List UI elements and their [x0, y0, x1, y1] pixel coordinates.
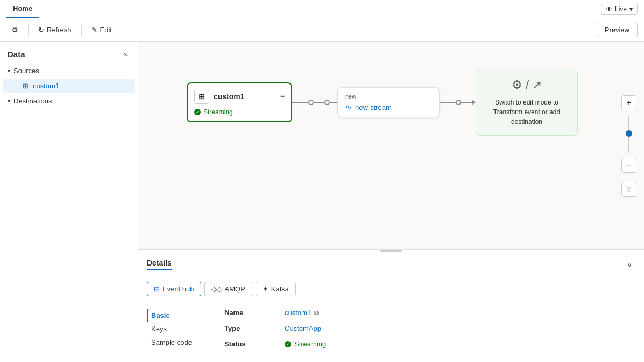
live-label: Live — [615, 5, 627, 13]
node-menu-icon[interactable]: ≡ — [280, 92, 285, 101]
destinations-section-header[interactable]: ▾ Destinations — [0, 94, 138, 108]
transform-node[interactable]: ⚙ / ↗ Switch to edit mode to Transform e… — [476, 69, 578, 136]
zoom-fit-button[interactable]: ⊡ — [621, 182, 636, 197]
nav-keys[interactable]: Keys — [147, 322, 211, 336]
conn-line-2 — [314, 102, 324, 103]
amqp-label: AMQP — [225, 285, 245, 293]
detail-value-status: Streaming — [285, 340, 326, 348]
conn-dot-3 — [456, 100, 461, 105]
sidebar-item-label: custom1 — [33, 82, 59, 90]
tab-kafka[interactable]: ✦ Kafka — [256, 282, 296, 296]
detail-value-name: custom1 ⧉ — [285, 309, 319, 317]
sidebar-title: Data — [8, 50, 25, 59]
canvas[interactable]: ⊞ custom1 ≡ Streaming — [138, 42, 644, 249]
tab-event-hub[interactable]: ⊞ Event hub — [147, 282, 201, 296]
refresh-button[interactable]: Refresh — [33, 23, 77, 37]
toolbar: Refresh Edit Preview — [0, 18, 644, 42]
details-content: Basic Keys Sample code Name custom1 ⧉ Ty… — [138, 302, 644, 362]
conn-line-3 — [330, 102, 337, 103]
transform-icons: ⚙ / ↗ — [512, 78, 542, 92]
zoom-fit-icon: ⊡ — [626, 185, 632, 193]
kafka-icon: ✦ — [263, 285, 268, 293]
eye-icon: 👁 — [606, 5, 612, 13]
detail-label-type: Type — [224, 324, 278, 332]
toolbar-separator2 — [81, 24, 82, 37]
detail-row-type: Type CustomApp — [224, 324, 622, 332]
edit-label: Edit — [100, 26, 112, 34]
tab-home[interactable]: Home — [6, 0, 39, 18]
sidebar: Data « ▾ Sources ⊞ custom1 ▾ Destination… — [0, 42, 138, 362]
refresh-label: Refresh — [47, 26, 72, 34]
copy-name-button[interactable]: ⧉ — [314, 309, 319, 317]
conn-dot-1 — [308, 100, 314, 105]
sources-section-header[interactable]: ▾ Sources — [0, 64, 138, 78]
source-node[interactable]: ⊞ custom1 ≡ Streaming — [187, 82, 292, 122]
nav-sample-code[interactable]: Sample code — [147, 336, 211, 349]
source-node-header: ⊞ custom1 ≡ — [194, 89, 285, 104]
stream-name-text: new-stream — [355, 103, 392, 112]
transform-export-icon: ↗ — [532, 78, 542, 92]
connector-1 — [292, 100, 337, 105]
zoom-track — [628, 115, 629, 153]
event-hub-icon: ⊞ — [154, 285, 160, 293]
settings-button[interactable] — [6, 23, 24, 37]
source-status-label: Streaming — [203, 108, 233, 116]
destinations-label: Destinations — [13, 97, 52, 105]
details-header: Details ∨ — [138, 253, 644, 276]
transform-settings-icon: ⚙ — [512, 78, 522, 92]
detail-value-type: CustomApp — [285, 324, 321, 332]
source-status: Streaming — [194, 108, 285, 116]
detail-label-name: Name — [224, 309, 278, 317]
source-icon: ⊞ — [194, 89, 209, 104]
sidebar-item-custom1[interactable]: ⊞ custom1 — [3, 79, 135, 93]
table-icon: ⊞ — [23, 82, 29, 90]
stream-name: ∿ new-stream — [345, 103, 431, 112]
sources-chevron-icon: ▾ — [8, 68, 10, 74]
drag-handle-bar — [380, 250, 402, 252]
zoom-thumb[interactable] — [626, 130, 632, 137]
zoom-out-button[interactable]: − — [621, 158, 636, 173]
connector-2 — [440, 100, 476, 105]
edit-button[interactable]: Edit — [86, 23, 117, 37]
live-badge[interactable]: 👁 Live ▾ — [601, 4, 638, 15]
conn-line-5 — [461, 102, 472, 103]
status-streaming-dot — [285, 341, 291, 347]
transform-separator: / — [526, 78, 529, 92]
stream-label: new — [345, 93, 431, 100]
edit-icon — [91, 26, 97, 34]
sidebar-collapse-button[interactable]: « — [121, 48, 130, 59]
status-dot-icon — [194, 109, 201, 115]
conn-line-4 — [440, 102, 456, 103]
zoom-in-button[interactable]: + — [621, 95, 636, 110]
details-panel: Details ∨ ⊞ Event hub ◇◇ AMQP ✦ Kafka — [138, 253, 644, 362]
stream-icon: ∿ — [345, 103, 352, 112]
amqp-icon: ◇◇ — [211, 285, 222, 293]
nav-basic[interactable]: Basic — [147, 309, 211, 322]
details-title: Details — [147, 259, 172, 270]
toolbar-separator — [28, 24, 29, 37]
sidebar-header: Data « — [0, 42, 138, 64]
conn-arrow — [472, 100, 476, 105]
destinations-chevron-icon: ▾ — [8, 98, 10, 104]
gear-icon — [12, 26, 18, 34]
zoom-slider[interactable] — [628, 113, 629, 156]
details-collapse-button[interactable]: ∨ — [624, 259, 635, 270]
stream-node[interactable]: new ∿ new-stream — [337, 87, 440, 117]
top-bar: Home 👁 Live ▾ — [0, 0, 644, 18]
zoom-controls: + − ⊡ — [621, 95, 636, 197]
source-node-name: custom1 — [214, 92, 245, 101]
details-fields: Name custom1 ⧉ Type CustomApp Status — [211, 302, 635, 362]
detail-row-status: Status Streaming — [224, 340, 622, 348]
details-tabs: ⊞ Event hub ◇◇ AMQP ✦ Kafka — [138, 276, 644, 302]
transform-text: Switch to edit mode to Transform event o… — [483, 98, 571, 127]
main-layout: Data « ▾ Sources ⊞ custom1 ▾ Destination… — [0, 42, 644, 362]
preview-button[interactable]: Preview — [597, 23, 638, 37]
conn-line-1 — [292, 102, 308, 103]
canvas-area: ⊞ custom1 ≡ Streaming — [138, 42, 644, 362]
live-chevron-icon: ▾ — [629, 5, 633, 13]
detail-label-status: Status — [224, 340, 278, 348]
detail-name-text: custom1 — [285, 309, 311, 317]
detail-row-name: Name custom1 ⧉ — [224, 309, 622, 317]
tab-amqp[interactable]: ◇◇ AMQP — [204, 282, 252, 296]
conn-dot-2 — [324, 100, 330, 105]
